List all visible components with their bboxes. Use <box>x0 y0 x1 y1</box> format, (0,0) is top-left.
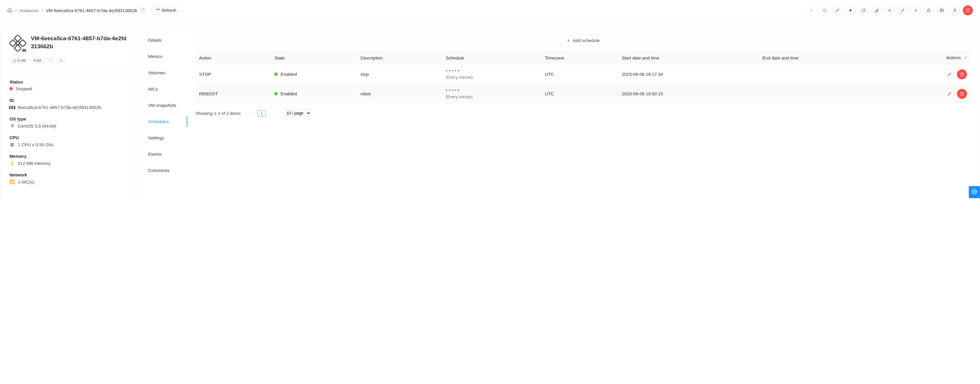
delete-schedule-button[interactable] <box>957 89 967 99</box>
os-label: OS type <box>10 116 127 121</box>
svg-point-13 <box>974 191 975 192</box>
tag-action-1[interactable] <box>46 57 54 65</box>
delete-icon[interactable] <box>963 5 973 15</box>
hypervisor-tag: KVM <box>31 58 44 63</box>
svg-rect-1 <box>823 9 826 11</box>
tab-details[interactable]: Details <box>140 35 187 46</box>
table-row: REBOOT Enabled rebot * * * * *(Every min… <box>196 84 970 104</box>
network-value: 1 NIC(s) <box>18 179 34 184</box>
tab-settings[interactable]: Settings <box>140 132 187 143</box>
breadcrumb-instances[interactable]: Instances <box>19 8 38 13</box>
tag-action-2[interactable] <box>57 57 65 65</box>
svg-rect-3 <box>940 9 943 11</box>
edit-schedule-button[interactable] <box>945 69 955 79</box>
gear-icon <box>972 189 977 194</box>
id-label: ID <box>10 98 127 103</box>
pager-next[interactable]: 〉 <box>270 110 278 116</box>
grid-icon: ▦ <box>10 142 15 147</box>
os-logo: 📷 <box>10 35 26 52</box>
tab-events[interactable]: Events <box>140 149 187 160</box>
status-dot-icon <box>274 73 278 76</box>
vm-info-card: 📷 VM-6eeca5ca-6761-4857-b7da-4e2fd313662… <box>1 26 135 199</box>
home-icon[interactable] <box>7 7 13 14</box>
breadcrumb-current: VM-6eeca5ca-6761-4857-b7da-4e2fd313662b <box>46 8 137 13</box>
offering-tag: i-2-3-VM <box>10 58 29 63</box>
svg-rect-8 <box>10 40 16 47</box>
refresh-icon <box>156 8 160 13</box>
tabs: Details Metrics Volumes NICs VM snapshot… <box>140 26 187 199</box>
plus-icon[interactable] <box>911 5 921 15</box>
pager-page[interactable]: 1 <box>257 110 266 116</box>
delete-schedule-button[interactable] <box>957 69 967 79</box>
console-icon[interactable]: ▶⃞ <box>807 5 816 15</box>
detail-panel: Details Metrics Volumes NICs VM snapshot… <box>140 26 979 199</box>
sync-icon[interactable] <box>859 5 869 15</box>
wifi-icon: 📶 <box>10 179 15 184</box>
copy-icon[interactable] <box>819 5 829 15</box>
col-timezone: Timezone <box>541 51 618 65</box>
cell-action: REBOOT <box>196 84 271 104</box>
floating-settings-button[interactable] <box>969 186 980 198</box>
col-end: End date and time <box>759 51 884 65</box>
tab-metrics[interactable]: Metrics <box>140 51 187 62</box>
schedules-table: Action State Description Schedule Timezo… <box>196 51 970 103</box>
schedules-pane: Add schedule Action State Description Sc… <box>187 26 979 199</box>
add-schedule-label: Add schedule <box>573 38 600 43</box>
user-icon[interactable] <box>950 5 960 15</box>
cell-schedule: * * * * *(Every minute) <box>442 65 541 84</box>
barcode-icon: ▮▮▮ <box>10 105 15 110</box>
filter-icon[interactable]: ▾ <box>965 55 967 60</box>
cell-timezone: UTC <box>541 65 618 84</box>
camera-icon[interactable]: 📷 <box>21 46 27 53</box>
lock-icon[interactable] <box>924 5 934 15</box>
col-action: Action <box>196 51 271 65</box>
cpu-value: 1 CPU x 0.50 Ghz <box>18 142 54 147</box>
table-icon[interactable] <box>937 5 947 15</box>
edit-schedule-button[interactable] <box>945 89 955 99</box>
svg-rect-10 <box>49 60 51 62</box>
svg-rect-2 <box>927 10 930 12</box>
svg-rect-6 <box>14 35 21 42</box>
cpu-label: CPU <box>10 135 127 140</box>
breadcrumb-sep: / <box>41 8 43 13</box>
help-icon[interactable]: ? <box>140 8 145 13</box>
memory-label: Memory <box>10 154 127 159</box>
tab-nics[interactable]: NICs <box>140 84 187 94</box>
tab-comments[interactable]: Comments <box>140 165 187 176</box>
play-icon[interactable] <box>845 5 856 15</box>
table-row: STOP Enabled stop * * * * *(Every minute… <box>196 65 970 84</box>
status-dot-icon <box>274 92 278 95</box>
tab-volumes[interactable]: Volumes <box>140 67 187 78</box>
col-schedule: Schedule <box>442 51 541 65</box>
tab-vm-snapshots[interactable]: VM snapshots <box>140 100 187 111</box>
pager-prev[interactable]: 〈 <box>245 110 253 116</box>
edit-icon[interactable] <box>832 5 843 15</box>
status-dot-icon <box>10 87 13 90</box>
scale-icon[interactable] <box>898 5 908 15</box>
id-value: 6eeca5ca-6761-4857-b7da-4e2fd313662b <box>18 105 101 110</box>
plus-icon <box>566 38 571 43</box>
cell-end <box>759 65 884 84</box>
cell-start: 2023-06-06 16:17:34 <box>618 65 759 84</box>
swap-icon[interactable] <box>885 5 895 15</box>
action-toolbar: ▶⃞ <box>807 5 973 15</box>
vm-title: VM-6eeca5ca-6761-4857-b7da-4e2fd313662b <box>31 35 127 50</box>
pager: Showing 1-2 of 2 items 〈 1 〉 10 / page <box>196 109 970 117</box>
breadcrumb-sep: / <box>15 8 17 13</box>
refresh-label: Refresh <box>162 8 176 13</box>
svg-point-4 <box>954 9 955 10</box>
refresh-button[interactable]: Refresh <box>151 6 181 14</box>
cell-state: Enabled <box>271 84 357 104</box>
svg-rect-11 <box>60 60 62 62</box>
add-schedule-button[interactable]: Add schedule <box>196 35 970 46</box>
bulb-icon: 💡 <box>10 160 15 166</box>
pager-pagesize[interactable]: 10 / page <box>282 109 311 117</box>
gear-icon: ⚙ <box>10 123 15 129</box>
tab-schedules[interactable]: Schedules <box>140 116 187 127</box>
cell-start: 2023-06-06 10:50:15 <box>618 84 759 104</box>
memory-value: 512 MB memory <box>18 161 50 166</box>
cell-description: rebot <box>357 84 442 104</box>
svg-rect-7 <box>14 45 21 51</box>
attach-icon[interactable] <box>872 5 881 15</box>
status-label: Status <box>10 79 127 84</box>
